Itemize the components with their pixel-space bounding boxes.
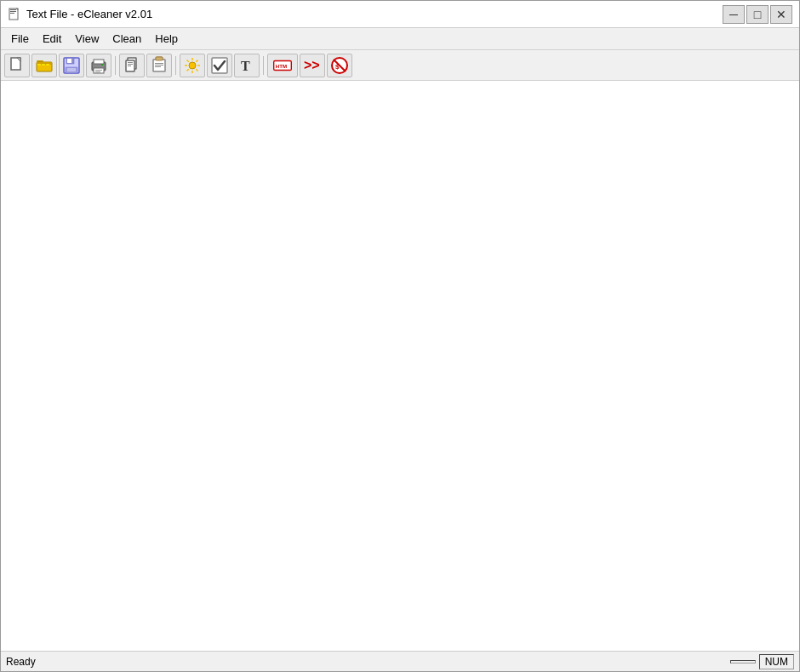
toolbar-sep-3 [263, 56, 264, 75]
svg-rect-29 [128, 65, 131, 66]
svg-rect-1 [10, 9, 16, 10]
check-button[interactable] [207, 54, 232, 77]
editor-textarea[interactable] [1, 81, 799, 651]
toolbar: T HTM >> $ [1, 50, 799, 81]
print-button[interactable] [86, 54, 111, 77]
svg-line-44 [187, 69, 189, 71]
toolbar-sep-2 [175, 56, 176, 75]
clean-format-button[interactable] [180, 54, 205, 77]
menu-file[interactable]: File [4, 31, 36, 47]
svg-rect-23 [95, 71, 100, 72]
app-icon [8, 8, 21, 21]
titlebar: Text File - eCleaner v2.01 ─ □ ✕ [1, 1, 799, 28]
svg-point-24 [101, 64, 103, 65]
menu-clean[interactable]: Clean [106, 31, 148, 47]
close-button[interactable]: ✕ [770, 5, 792, 24]
svg-rect-35 [155, 66, 161, 67]
copy-button[interactable] [119, 54, 145, 77]
svg-rect-2 [10, 11, 16, 12]
sub-button[interactable]: $ [327, 54, 352, 77]
menu-help[interactable]: Help [148, 31, 185, 47]
svg-text:>>: >> [304, 58, 320, 72]
svg-rect-22 [95, 70, 102, 71]
svg-rect-16 [67, 59, 71, 63]
svg-rect-18 [67, 68, 76, 71]
svg-point-36 [189, 62, 196, 69]
svg-rect-32 [156, 57, 163, 60]
svg-rect-13 [46, 64, 49, 65]
svg-line-43 [196, 60, 197, 61]
toolbar-sep-1 [115, 56, 116, 75]
svg-rect-34 [155, 65, 163, 65]
svg-rect-27 [128, 62, 133, 63]
titlebar-left: Text File - eCleaner v2.01 [8, 8, 152, 21]
new-button[interactable] [4, 54, 30, 77]
text-button[interactable]: T [234, 54, 260, 77]
menu-edit[interactable]: Edit [36, 31, 68, 47]
caps-lock-panel [730, 660, 756, 663]
svg-rect-3 [10, 13, 14, 14]
menu-view[interactable]: View [68, 31, 106, 47]
html-button[interactable]: HTM [267, 54, 298, 77]
paste-button[interactable] [146, 54, 172, 77]
maximize-button[interactable]: □ [746, 5, 769, 24]
titlebar-controls: ─ □ ✕ [723, 5, 792, 24]
svg-line-42 [196, 69, 197, 71]
svg-line-41 [187, 60, 189, 61]
open-button[interactable] [31, 54, 57, 77]
window-title: Text File - eCleaner v2.01 [26, 8, 152, 20]
svg-rect-12 [42, 64, 45, 65]
save-button[interactable] [59, 54, 84, 77]
statusbar: Ready NUM [1, 651, 799, 671]
num-lock-panel: NUM [759, 654, 794, 669]
menubar: File Edit View Clean Help [1, 28, 799, 50]
editor-area [1, 81, 799, 651]
minimize-button[interactable]: ─ [723, 5, 745, 24]
svg-rect-33 [155, 63, 163, 64]
main-window: Text File - eCleaner v2.01 ─ □ ✕ File Ed… [0, 0, 800, 672]
svg-text:HTM: HTM [276, 63, 287, 69]
svg-rect-11 [37, 64, 41, 65]
statusbar-right: NUM [730, 654, 794, 669]
svg-rect-28 [128, 64, 133, 65]
svg-text:T: T [241, 59, 250, 73]
svg-text:$: $ [335, 63, 340, 71]
arrows-button[interactable]: >> [300, 54, 325, 77]
svg-rect-20 [94, 60, 104, 64]
status-text: Ready [6, 656, 36, 668]
